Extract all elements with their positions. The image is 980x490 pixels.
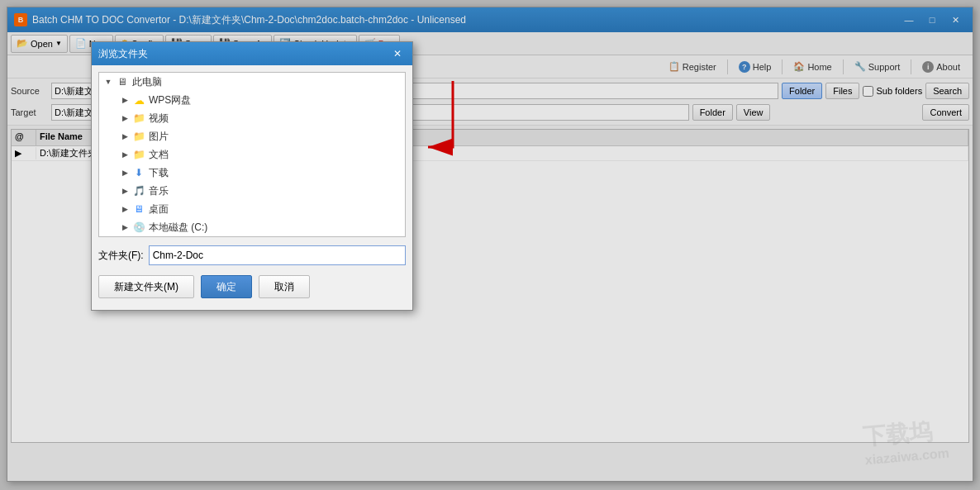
tree-label-video: 视频 [149,112,169,126]
expand-icon-computer: ▼ [102,76,114,88]
new-folder-button[interactable]: 新建文件夹(M) [98,275,194,298]
music-folder-icon: 🎵 [132,184,145,197]
cancel-button[interactable]: 取消 [259,275,310,298]
expand-icon-video: ▶ [119,112,131,124]
download-folder-icon: ⬇ [132,166,145,179]
folder-label: 文件夹(F): [98,249,144,263]
cloud-icon: ☁ [132,93,145,107]
tree-item-computer[interactable]: ▼ 🖥 此电脑 [99,73,405,91]
images-folder-icon: 📁 [132,130,145,143]
expand-icon-music: ▶ [119,185,131,197]
expand-icon-desktop: ▶ [119,203,131,215]
tree-label-wps: WPS网盘 [149,93,191,107]
folder-tree[interactable]: ▼ 🖥 此电脑 ▶ ☁ WPS网盘 ▶ 📁 视频 ▶ 📁 图片 [98,72,406,237]
expand-icon-drive-c: ▶ [119,221,131,233]
tree-item-desktop[interactable]: ▶ 🖥 桌面 [99,200,405,218]
drive-c-icon: 💿 [132,221,145,234]
folder-name-input[interactable] [149,245,406,265]
video-folder-icon: 📁 [132,112,145,125]
dialog-body: ▼ 🖥 此电脑 ▶ ☁ WPS网盘 ▶ 📁 视频 ▶ 📁 图片 [92,65,412,310]
tree-item-drive-c[interactable]: ▶ 💿 本地磁盘 (C:) [99,218,405,236]
tree-label-music: 音乐 [149,184,169,198]
computer-icon: 🖥 [116,75,129,88]
expand-icon-docs: ▶ [119,149,131,160]
tree-label-drive-c: 本地磁盘 (C:) [149,221,207,235]
docs-folder-icon: 📁 [132,148,145,161]
tree-item-music[interactable]: ▶ 🎵 音乐 [99,182,405,200]
tree-label-computer: 此电脑 [132,75,162,89]
dialog-title-bar: 浏览文件夹 ✕ [92,42,412,65]
expand-icon-download: ▶ [119,167,131,178]
tree-item-wps[interactable]: ▶ ☁ WPS网盘 [99,91,405,109]
tree-item-docs[interactable]: ▶ 📁 文档 [99,145,405,164]
desktop-folder-icon: 🖥 [132,202,145,216]
browse-dialog: 浏览文件夹 ✕ ▼ 🖥 此电脑 ▶ ☁ WPS网盘 ▶ 📁 视频 [91,41,413,311]
ok-button[interactable]: 确定 [201,275,252,298]
dialog-title: 浏览文件夹 [98,47,389,61]
tree-item-images[interactable]: ▶ 📁 图片 [99,127,405,145]
tree-label-download: 下载 [149,166,169,180]
expand-icon-wps: ▶ [119,94,131,106]
tree-item-drive-d[interactable]: ▼ 💿 软件 (D:) [99,236,405,237]
tree-item-video[interactable]: ▶ 📁 视频 [99,109,405,127]
folder-input-row: 文件夹(F): [98,245,406,265]
tree-label-images: 图片 [149,130,169,144]
expand-icon-images: ▶ [119,131,131,142]
tree-label-desktop: 桌面 [149,202,169,216]
dialog-close-button[interactable]: ✕ [389,46,406,61]
tree-label-docs: 文档 [149,148,169,162]
tree-item-download[interactable]: ▶ ⬇ 下载 [99,164,405,182]
dialog-buttons: 新建文件夹(M) 确定 取消 [98,272,406,303]
